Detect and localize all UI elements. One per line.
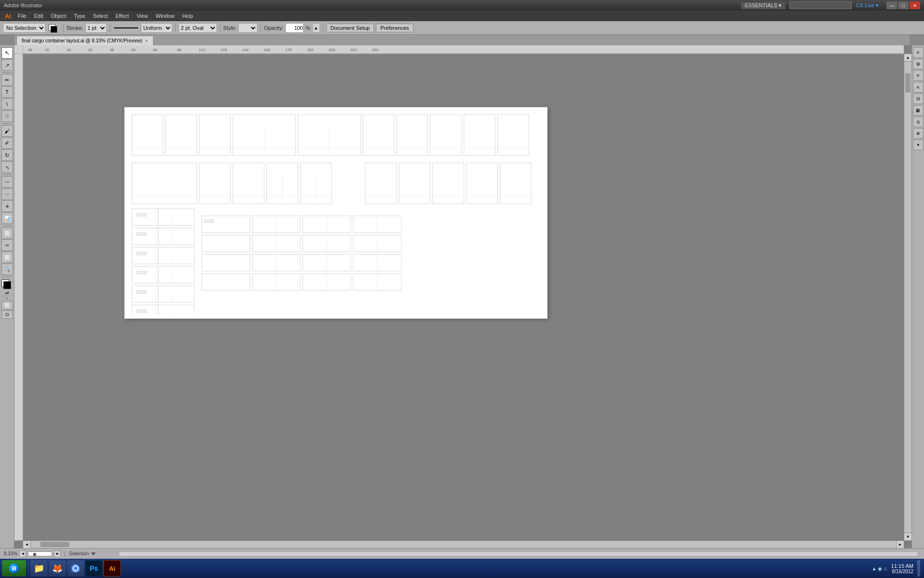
minimize-button[interactable]: — (886, 1, 897, 9)
tool-pencil[interactable]: ✐ (1, 137, 13, 149)
stroke-type-select[interactable]: Uniform (141, 23, 172, 33)
scrollbar-indicator (100, 552, 919, 556)
scroll-left-btn[interactable]: ◄ (23, 541, 31, 548)
svg-rect-93 (202, 216, 250, 233)
brush-size-select[interactable]: 2 pt. Oval (179, 23, 217, 33)
svg-text:112: 112 (199, 48, 205, 52)
panel-btn-6[interactable]: ▦ (913, 105, 924, 116)
scroll-up-btn[interactable]: ▲ (904, 54, 911, 62)
fill-stroke-indicator (48, 23, 60, 33)
tool-warp[interactable]: 〰 (1, 176, 13, 188)
essentials-dropdown[interactable]: ESSENTIALS ▾ (741, 2, 786, 9)
opacity-input[interactable] (285, 23, 304, 33)
tool-brush[interactable]: 🖌 (1, 125, 13, 137)
tool-scale[interactable]: ⤡ (1, 161, 13, 173)
cs-live-btn[interactable]: CS Live ▾ (856, 2, 879, 9)
nav-prev-btn[interactable]: ◄ (19, 551, 26, 557)
tool-swap[interactable]: ⇄ (5, 290, 9, 295)
artboard (23, 54, 904, 548)
tool-default[interactable]: ○ (6, 296, 8, 301)
statusbar: 8.33% ◄ ► Selection (0, 548, 924, 559)
tool-artboard[interactable]: ⬜ (1, 227, 13, 239)
tool-pen[interactable]: ✏ (1, 74, 13, 86)
scroll-right-btn[interactable]: ► (896, 541, 904, 548)
svg-rect-91 (158, 305, 194, 315)
menu-type[interactable]: Type (70, 12, 90, 20)
svg-rect-47 (267, 163, 298, 204)
active-tab[interactable]: final cargo container layout.ai @ 8.33% … (16, 36, 154, 45)
tab-close-icon[interactable]: × (145, 38, 148, 43)
app-title: Adobe Illustrator (4, 2, 741, 8)
tool-zoom[interactable]: 🔍 (1, 263, 13, 275)
menu-ai[interactable]: Ai (2, 12, 14, 21)
opacity-increase[interactable]: ▲ (312, 23, 320, 33)
close-button[interactable]: ✕ (910, 1, 920, 9)
svg-point-128 (74, 566, 77, 570)
maximize-button[interactable]: □ (898, 1, 909, 9)
panel-btn-7[interactable]: ◎ (913, 117, 924, 127)
horizontal-scrollbar[interactable]: ◄ ► (23, 540, 904, 548)
tool-direct-select[interactable]: ↗ (1, 59, 13, 71)
style-select[interactable] (238, 23, 257, 33)
tool-symbol[interactable]: ✳ (1, 200, 13, 212)
tool-select[interactable]: ↖ (1, 47, 13, 59)
panel-btn-4[interactable]: A (913, 82, 924, 92)
panel-btn-8[interactable]: ⊕ (913, 128, 924, 139)
panel-btn-5[interactable]: ⊟ (913, 93, 924, 104)
tool-blend[interactable]: ⋯ (1, 188, 13, 200)
nav-slider[interactable] (28, 552, 52, 556)
tool-column-graph[interactable]: 📊 (1, 212, 13, 224)
fill-indicator[interactable] (1, 279, 13, 289)
menu-help[interactable]: Help (179, 12, 197, 20)
tabbar: final cargo container layout.ai @ 8.33% … (14, 35, 910, 45)
tool-eraser[interactable]: ⬜ (1, 251, 13, 263)
menu-select[interactable]: Select (89, 12, 112, 20)
menu-edit[interactable]: Edit (30, 12, 47, 20)
scroll-bar-thumb[interactable] (40, 542, 69, 547)
opacity-label: Opacity: (264, 25, 283, 31)
preferences-button[interactable]: Preferences (376, 24, 413, 32)
nav-next-btn[interactable]: ► (54, 551, 61, 557)
draw-mode[interactable]: ⬜ (1, 301, 13, 310)
tool-shape[interactable]: □ (1, 110, 13, 122)
search-input[interactable] (789, 1, 852, 9)
tool-type[interactable]: T (1, 86, 13, 98)
panel-btn-1[interactable]: ≡ (913, 47, 924, 58)
taskbar-explorer[interactable]: 📁 (30, 560, 48, 577)
tab-filename: final cargo container layout.ai @ 8.33% … (22, 38, 142, 43)
artboard-paper (124, 107, 548, 319)
panel-btn-2[interactable]: ⊞ (913, 59, 924, 69)
toolbar: No Selection Stroke: 1 pt Uniform 2 pt. … (0, 21, 924, 35)
screen-mode[interactable]: ⊡ (1, 310, 13, 319)
menu-file[interactable]: File (14, 12, 30, 20)
menu-effect[interactable]: Effect (112, 12, 133, 20)
selection-triangle[interactable] (91, 552, 96, 555)
menu-view[interactable]: View (133, 12, 152, 20)
tool-rotate[interactable]: ↻ (1, 149, 13, 161)
taskbar-illustrator[interactable]: Ai (103, 560, 121, 577)
svg-rect-76 (158, 247, 194, 264)
tool-line[interactable]: \ (1, 98, 13, 110)
taskbar: ⊞ 📁 🦊 Ps Ai ▲ ◉ ♫ 11:15 AM 8/16/2012 (0, 559, 924, 578)
taskbar-chrome[interactable] (67, 560, 84, 577)
taskbar-photoshop[interactable]: Ps (85, 560, 103, 577)
tool-slice[interactable]: ✂ (1, 239, 13, 251)
vertical-scrollbar[interactable]: ▲ ▼ (904, 54, 911, 540)
start-button[interactable]: ⊞ (2, 560, 26, 577)
stroke-size-select[interactable]: 1 pt (85, 23, 107, 33)
panel-btn-3[interactable]: # (913, 70, 924, 81)
taskbar-firefox[interactable]: 🦊 (49, 560, 66, 577)
menubar: Ai File Edit Object Type Select Effect V… (0, 11, 924, 21)
show-desktop-btn[interactable] (917, 560, 920, 577)
toolbar-divider-4 (220, 24, 220, 32)
selection-dropdown[interactable]: No Selection (3, 23, 46, 33)
canvas-area[interactable]: 48 16 16 32 48 64 80 96 112 128 144 160 … (14, 45, 911, 548)
svg-text:16: 16 (66, 48, 71, 52)
panel-btn-9[interactable]: ✦ (913, 140, 924, 150)
scroll-thumb[interactable] (905, 73, 911, 92)
doc-setup-button[interactable]: Document Setup (326, 24, 374, 32)
scroll-down-btn[interactable]: ▼ (904, 533, 911, 540)
menu-window[interactable]: Window (152, 12, 179, 20)
menu-object[interactable]: Object (47, 12, 70, 20)
svg-text:16: 16 (45, 48, 49, 52)
